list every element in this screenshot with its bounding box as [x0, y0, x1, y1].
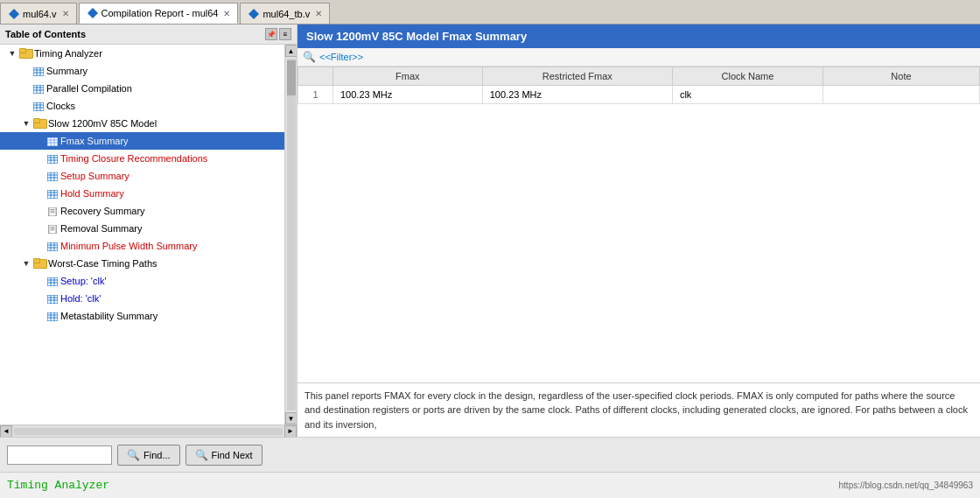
sidebar-vscroll: ▲ ▼ [284, 45, 297, 424]
vscroll-track[interactable] [287, 59, 296, 410]
svg-rect-51 [47, 277, 58, 286]
svg-rect-33 [47, 190, 58, 199]
hscroll-right-btn[interactable]: ► [284, 425, 297, 438]
folder-icon-timing [19, 48, 32, 59]
sidebar-label-timing-analyzer: Timing Analyzer [34, 48, 102, 59]
find-label: Find... [144, 450, 171, 460]
table-icon-parallel [33, 84, 44, 93]
svg-rect-61 [47, 312, 58, 321]
sidebar-label-slow-model: Slow 1200mV 85C Model [48, 118, 157, 129]
status-url: https://blog.csdn.net/qq_34849963 [839, 480, 973, 490]
sidebar-label-setup-clk: Setup: 'clk' [60, 276, 107, 286]
sidebar-item-parallel[interactable]: ▶ Parallel Compilation [0, 80, 284, 97]
vscroll-thumb[interactable] [287, 60, 296, 95]
svg-rect-42 [49, 225, 56, 234]
main-layout: Table of Contents 📌 ≡ ▼ Timing Analyzer … [0, 25, 980, 437]
sidebar-item-fmax[interactable]: ▶ Fmax Summary [0, 132, 284, 150]
content-title: Slow 1200mV 85C Model Fmax Summary [306, 30, 527, 43]
sidebar-item-worst-case[interactable]: ▼ Worst-Case Timing Paths [0, 255, 284, 272]
svg-rect-3 [33, 67, 44, 76]
folder-icon-slow [33, 118, 46, 129]
tab-compilation-close[interactable]: ✕ [223, 9, 230, 18]
col-num [298, 67, 333, 86]
sidebar-item-timing-closure[interactable]: ▶ Timing Closure Recommendations [0, 150, 284, 167]
content-empty-space [298, 224, 980, 382]
hscroll-track[interactable] [14, 428, 283, 435]
status-bar: Timing Analyzer https://blog.csdn.net/qq… [0, 472, 980, 498]
bottom-toolbar: 🔍 Find... 🔍 Find Next [0, 437, 980, 472]
sidebar-tree: ▼ Timing Analyzer ▶ Summary ▶ [0, 45, 284, 424]
sidebar-item-clocks[interactable]: ▶ Clocks [0, 97, 284, 115]
svg-rect-13 [33, 102, 44, 111]
sidebar-label-setup-summary: Setup Summary [60, 171, 130, 181]
sidebar-pin-icon[interactable]: 📌 [265, 28, 277, 40]
svg-marker-0 [9, 9, 19, 19]
find-next-button[interactable]: 🔍 Find Next [186, 445, 262, 466]
doc-icon-removal [47, 224, 58, 233]
sidebar-item-timing-analyzer[interactable]: ▼ Timing Analyzer [0, 45, 284, 62]
table-container: Fmax Restricted Fmax Clock Name Note 1 1… [298, 67, 980, 224]
col-restricted: Restricted Fmax [482, 67, 672, 86]
tab-compilation-label: Compilation Report - mul64 [102, 8, 219, 18]
table-icon-summary [33, 67, 44, 75]
tab-mul64v[interactable]: mul64.v ✕ [0, 3, 77, 24]
find-next-label: Find Next [212, 450, 253, 460]
filter-text[interactable]: <<Filter>> [319, 52, 363, 62]
sidebar: Table of Contents 📌 ≡ ▼ Timing Analyzer … [0, 25, 298, 437]
table-icon-clocks [33, 102, 44, 110]
sidebar-item-hold-clk[interactable]: ▶ Hold: 'clk' [0, 290, 284, 307]
vscroll-down-btn[interactable]: ▼ [285, 412, 298, 424]
expand-icon-slow: ▼ [21, 118, 32, 129]
sidebar-item-recovery[interactable]: ▶ Recovery Summary [0, 202, 284, 220]
sidebar-item-setup-summary[interactable]: ▶ Setup Summary [0, 167, 284, 185]
search-input[interactable] [7, 445, 112, 465]
sidebar-hscroll: ◄ ► [0, 424, 297, 437]
sidebar-item-hold-summary[interactable]: ▶ Hold Summary [0, 185, 284, 202]
sidebar-item-metastability[interactable]: ▶ Metastability Summary [0, 307, 284, 325]
table-row: 1 100.23 MHz 100.23 MHz clk [298, 86, 980, 104]
cell-fmax: 100.23 MHz [333, 86, 483, 104]
tab-mul64tb-close[interactable]: ✕ [315, 9, 322, 18]
table-icon-timing-closure [47, 154, 58, 163]
sidebar-menu-icon[interactable]: ≡ [279, 28, 291, 40]
sidebar-label-clocks: Clocks [46, 101, 75, 111]
sidebar-label-recovery: Recovery Summary [60, 206, 145, 216]
find-button[interactable]: 🔍 Find... [117, 445, 180, 466]
verilog-icon [8, 8, 20, 20]
sidebar-label-summary: Summary [46, 66, 88, 76]
description-area: This panel reports FMAX for every clock … [298, 382, 980, 438]
svg-rect-38 [49, 207, 56, 216]
svg-rect-46 [47, 242, 58, 251]
cell-clock-name: clk [672, 86, 822, 104]
content-header: Slow 1200mV 85C Model Fmax Summary [298, 25, 980, 48]
sidebar-item-summary[interactable]: ▶ Summary [0, 62, 284, 80]
fmax-table: Fmax Restricted Fmax Clock Name Note 1 1… [298, 67, 980, 104]
table-icon-metastability [47, 312, 58, 320]
svg-rect-23 [47, 155, 58, 164]
svg-rect-8 [33, 85, 44, 94]
sidebar-item-setup-clk[interactable]: ▶ Setup: 'clk' [0, 272, 284, 290]
binoculars-icon-findnext: 🔍 [195, 449, 208, 461]
sidebar-label-hold-summary: Hold Summary [60, 188, 124, 199]
tab-bar: mul64.v ✕ Compilation Report - mul64 ✕ m… [0, 0, 980, 25]
hscroll-left-btn[interactable]: ◄ [0, 425, 12, 438]
tab-compilation[interactable]: Compilation Report - mul64 ✕ [79, 3, 239, 24]
sidebar-label-removal: Removal Summary [60, 223, 143, 234]
sidebar-label-parallel: Parallel Compilation [46, 83, 132, 94]
content-area: Slow 1200mV 85C Model Fmax Summary 🔍 <<F… [298, 25, 980, 437]
sidebar-item-removal[interactable]: ▶ Removal Summary [0, 220, 284, 237]
tab-mul64tb[interactable]: mul64_tb.v ✕ [240, 3, 330, 24]
binoculars-icon-find: 🔍 [127, 449, 140, 461]
tab-mul64v-close[interactable]: ✕ [62, 9, 69, 18]
filter-icon: 🔍 [303, 51, 316, 63]
table-icon-setup-clk [47, 277, 58, 285]
svg-rect-18 [47, 137, 58, 146]
sidebar-item-slow-model[interactable]: ▼ Slow 1200mV 85C Model [0, 115, 284, 132]
tab-mul64v-label: mul64.v [23, 9, 57, 19]
table-icon-hold-clk [47, 294, 58, 303]
vscroll-up-btn[interactable]: ▲ [285, 45, 298, 57]
tab-mul64tb-label: mul64_tb.v [262, 9, 310, 19]
sidebar-item-min-pulse[interactable]: ▶ Minimum Pulse Width Summary [0, 237, 284, 255]
filter-bar: 🔍 <<Filter>> [298, 48, 980, 67]
svg-marker-2 [248, 9, 259, 19]
